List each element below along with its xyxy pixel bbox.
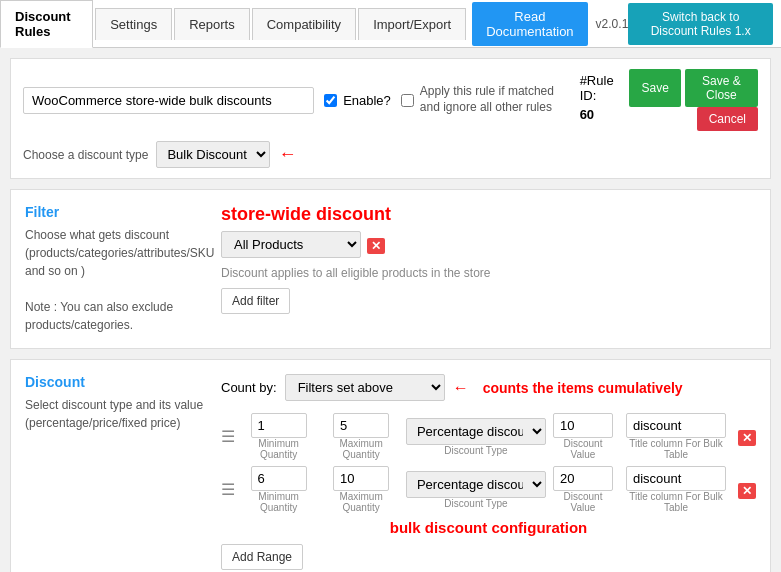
count-by-row: Count by: Filters set above ← counts the… bbox=[221, 374, 756, 401]
filter-section-desc: Choose what gets discount (products/cate… bbox=[25, 226, 205, 334]
discount-section-desc: Select discount type and its value (perc… bbox=[25, 396, 205, 432]
main-content: Enable? Apply this rule if matched and i… bbox=[0, 48, 781, 572]
switch-back-button[interactable]: Switch back to Discount Rules 1.x bbox=[628, 3, 773, 45]
filter-applies-text: Discount applies to all eligible product… bbox=[221, 266, 756, 280]
discount-type-row: Choose a discount type Bulk Discount ← bbox=[23, 141, 758, 168]
filter-section-right: store-wide discount All Products ✕ Disco… bbox=[221, 204, 756, 334]
enable-label: Enable? bbox=[343, 93, 391, 108]
arrow-icon-2: ← bbox=[453, 379, 469, 397]
discount-value-input-1[interactable] bbox=[553, 413, 613, 438]
version-label: v2.0.1 bbox=[596, 17, 629, 31]
drag-handle-1[interactable]: ☰ bbox=[221, 427, 235, 446]
filter-row: All Products ✕ bbox=[221, 231, 756, 258]
title-col-label-1: Title column For Bulk Table bbox=[620, 438, 732, 460]
arrow-icon: ← bbox=[278, 144, 296, 165]
top-nav: Discount Rules Settings Reports Compatib… bbox=[0, 0, 781, 48]
apply-rule-row: Apply this rule if matched and ignore al… bbox=[401, 84, 570, 115]
tab-discount-rules[interactable]: Discount Rules bbox=[0, 0, 93, 48]
remove-filter-button[interactable]: ✕ bbox=[367, 236, 385, 254]
rule-name-row: Enable? Apply this rule if matched and i… bbox=[23, 69, 758, 131]
discount-type-group-2: Percentage discount Discount Type bbox=[406, 471, 546, 509]
title-col-group-2: Title column For Bulk Table bbox=[620, 466, 732, 513]
max-qty-input-2[interactable] bbox=[333, 466, 389, 491]
add-range-button[interactable]: Add Range bbox=[221, 544, 303, 570]
discount-type-select-1[interactable]: Percentage discount bbox=[406, 418, 546, 445]
rule-name-input[interactable] bbox=[23, 87, 314, 114]
max-qty-label-1: Maximum Quantity bbox=[322, 438, 400, 460]
discount-section-panel: Discount Select discount type and its va… bbox=[10, 359, 771, 572]
min-qty-label-1: Minimum Quantity bbox=[241, 438, 316, 460]
x-icon-range-1: ✕ bbox=[738, 430, 756, 446]
rule-id-label: #Rule ID: bbox=[580, 73, 626, 103]
rule-id-value: 60 bbox=[580, 107, 594, 122]
max-qty-group-1: Maximum Quantity bbox=[322, 413, 400, 460]
discount-range-2: ☰ Minimum Quantity Maximum Quantity Perc… bbox=[221, 466, 756, 513]
rule-header-panel: Enable? Apply this rule if matched and i… bbox=[10, 58, 771, 179]
discount-value-input-2[interactable] bbox=[553, 466, 613, 491]
discount-type-label-1: Discount Type bbox=[444, 445, 507, 456]
min-qty-group-1: Minimum Quantity bbox=[241, 413, 316, 460]
max-qty-group-2: Maximum Quantity bbox=[322, 466, 400, 513]
enable-checkbox[interactable] bbox=[324, 94, 337, 107]
discount-type-select-2[interactable]: Percentage discount bbox=[406, 471, 546, 498]
min-qty-input-2[interactable] bbox=[251, 466, 307, 491]
store-wide-annotation: store-wide discount bbox=[221, 204, 756, 225]
filter-section-left: Filter Choose what gets discount (produc… bbox=[25, 204, 205, 334]
discount-value-label-2: Discount Value bbox=[552, 491, 614, 513]
discount-type-group-1: Percentage discount Discount Type bbox=[406, 418, 546, 456]
apply-rule-checkbox[interactable] bbox=[401, 94, 414, 107]
remove-range-1-button[interactable]: ✕ bbox=[738, 428, 756, 446]
title-col-group-1: Title column For Bulk Table bbox=[620, 413, 732, 460]
tab-import-export[interactable]: Import/Export bbox=[358, 8, 466, 40]
discount-value-group-1: Discount Value bbox=[552, 413, 614, 460]
drag-handle-2[interactable]: ☰ bbox=[221, 480, 235, 499]
discount-value-label-1: Discount Value bbox=[552, 438, 614, 460]
discount-value-group-2: Discount Value bbox=[552, 466, 614, 513]
title-col-label-2: Title column For Bulk Table bbox=[620, 491, 732, 513]
remove-range-2-button[interactable]: ✕ bbox=[738, 481, 756, 499]
discount-type-label: Choose a discount type bbox=[23, 148, 148, 162]
tab-compatibility[interactable]: Compatibility bbox=[252, 8, 356, 40]
save-close-button[interactable]: Save & Close bbox=[685, 69, 758, 107]
add-filter-button[interactable]: Add filter bbox=[221, 288, 290, 314]
min-qty-label-2: Minimum Quantity bbox=[241, 491, 316, 513]
discount-range-1: ☰ Minimum Quantity Maximum Quantity Perc… bbox=[221, 413, 756, 460]
count-by-label: Count by: bbox=[221, 380, 277, 395]
save-close-group: Save Save & Close bbox=[629, 69, 758, 107]
title-col-input-2[interactable] bbox=[626, 466, 726, 491]
discount-section-title: Discount bbox=[25, 374, 205, 390]
discount-type-select[interactable]: Bulk Discount bbox=[156, 141, 270, 168]
min-qty-input-1[interactable] bbox=[251, 413, 307, 438]
filter-section-title: Filter bbox=[25, 204, 205, 220]
tab-settings[interactable]: Settings bbox=[95, 8, 172, 40]
discount-section-right: Count by: Filters set above ← counts the… bbox=[221, 374, 756, 572]
bulk-annotation: bulk discount configuration bbox=[221, 519, 756, 536]
title-col-input-1[interactable] bbox=[626, 413, 726, 438]
apply-rule-label: Apply this rule if matched and ignore al… bbox=[420, 84, 570, 115]
max-qty-input-1[interactable] bbox=[333, 413, 389, 438]
cancel-button[interactable]: Cancel bbox=[697, 107, 758, 131]
save-button[interactable]: Save bbox=[629, 69, 680, 107]
filter-select[interactable]: All Products bbox=[221, 231, 361, 258]
min-qty-group-2: Minimum Quantity bbox=[241, 466, 316, 513]
max-qty-label-2: Maximum Quantity bbox=[322, 491, 400, 513]
discount-section-left: Discount Select discount type and its va… bbox=[25, 374, 205, 572]
rule-id-section: #Rule ID: Save Save & Close 60 Cancel bbox=[580, 69, 758, 131]
counts-annotation: counts the items cumulatively bbox=[483, 380, 683, 396]
x-icon-range-2: ✕ bbox=[738, 483, 756, 499]
enable-row: Enable? bbox=[324, 93, 391, 108]
tab-reports[interactable]: Reports bbox=[174, 8, 250, 40]
read-docs-button[interactable]: Read Documentation bbox=[472, 2, 587, 46]
discount-type-label-2: Discount Type bbox=[444, 498, 507, 509]
count-by-select[interactable]: Filters set above bbox=[285, 374, 445, 401]
filter-section-panel: Filter Choose what gets discount (produc… bbox=[10, 189, 771, 349]
x-icon: ✕ bbox=[367, 238, 385, 254]
